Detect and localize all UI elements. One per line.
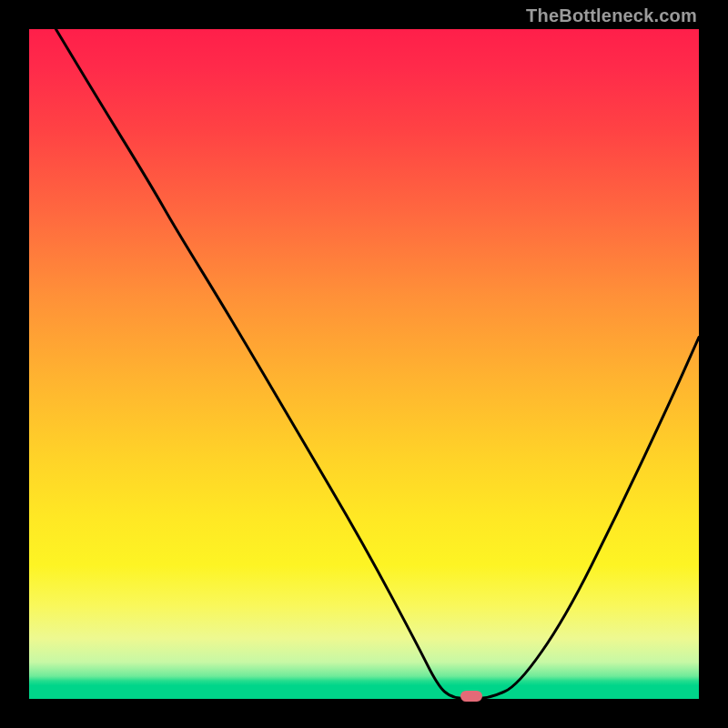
watermark-text: TheBottleneck.com bbox=[526, 5, 697, 26]
chart-container: TheBottleneck.com bbox=[0, 0, 728, 728]
bottleneck-curve bbox=[29, 29, 699, 699]
plot-area bbox=[29, 29, 699, 699]
optimal-marker bbox=[460, 691, 482, 702]
